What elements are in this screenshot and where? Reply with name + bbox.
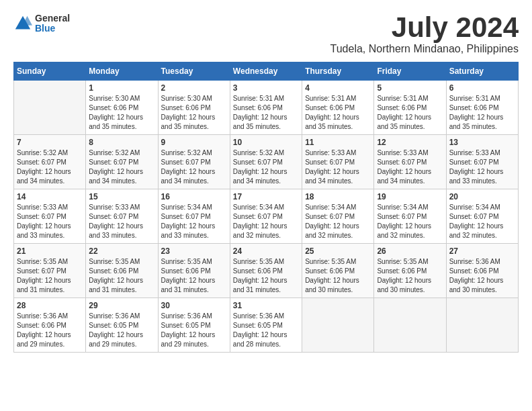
calendar-week-1: 1Sunrise: 5:30 AMSunset: 6:06 PMDaylight… (14, 81, 519, 135)
day-info: Sunrise: 5:34 AMSunset: 6:07 PMDaylight:… (233, 203, 299, 240)
day-number: 29 (89, 301, 154, 310)
calendar-cell: 5Sunrise: 5:31 AMSunset: 6:06 PMDaylight… (374, 81, 446, 135)
day-number: 13 (449, 138, 515, 147)
calendar-cell: 8Sunrise: 5:32 AMSunset: 6:07 PMDaylight… (86, 135, 158, 189)
day-number: 8 (89, 138, 154, 147)
calendar-week-2: 7Sunrise: 5:32 AMSunset: 6:07 PMDaylight… (14, 135, 519, 189)
day-number: 27 (449, 246, 515, 256)
day-info: Sunrise: 5:32 AMSunset: 6:07 PMDaylight:… (233, 148, 299, 186)
day-number: 10 (233, 138, 299, 147)
day-header-saturday: Saturday (446, 62, 518, 81)
calendar-cell: 25Sunrise: 5:35 AMSunset: 6:06 PMDayligh… (302, 244, 374, 298)
day-number: 21 (17, 246, 83, 256)
day-number: 15 (89, 192, 154, 201)
day-number: 18 (305, 192, 371, 201)
day-number: 2 (161, 83, 227, 93)
day-number: 26 (377, 246, 443, 256)
calendar-cell: 3Sunrise: 5:31 AMSunset: 6:06 PMDaylight… (230, 81, 302, 135)
day-info: Sunrise: 5:30 AMSunset: 6:06 PMDaylight:… (161, 94, 227, 132)
day-number: 14 (17, 192, 83, 201)
day-number: 24 (233, 246, 299, 256)
month-title: July 2024 (330, 13, 519, 42)
day-number: 19 (377, 192, 443, 201)
calendar-body: 1Sunrise: 5:30 AMSunset: 6:06 PMDaylight… (14, 81, 519, 353)
days-header-row: SundayMondayTuesdayWednesdayThursdayFrid… (14, 62, 519, 81)
calendar-cell: 22Sunrise: 5:35 AMSunset: 6:06 PMDayligh… (86, 244, 158, 298)
day-info: Sunrise: 5:34 AMSunset: 6:07 PMDaylight:… (161, 203, 227, 240)
calendar-cell: 9Sunrise: 5:32 AMSunset: 6:07 PMDaylight… (158, 135, 230, 189)
calendar-cell: 6Sunrise: 5:31 AMSunset: 6:06 PMDaylight… (446, 81, 518, 135)
calendar-cell: 21Sunrise: 5:35 AMSunset: 6:07 PMDayligh… (14, 244, 86, 298)
day-info: Sunrise: 5:33 AMSunset: 6:07 PMDaylight:… (17, 203, 83, 240)
day-number: 16 (161, 192, 227, 201)
calendar-cell: 19Sunrise: 5:34 AMSunset: 6:07 PMDayligh… (374, 189, 446, 244)
day-number: 1 (89, 83, 154, 93)
day-number: 5 (377, 83, 443, 93)
day-info: Sunrise: 5:35 AMSunset: 6:07 PMDaylight:… (17, 257, 83, 295)
day-number: 22 (89, 246, 154, 256)
day-header-friday: Friday (374, 62, 446, 81)
calendar-cell: 31Sunrise: 5:36 AMSunset: 6:05 PMDayligh… (230, 298, 302, 353)
day-header-sunday: Sunday (14, 62, 86, 81)
logo-icon (13, 14, 32, 33)
calendar-cell: 23Sunrise: 5:35 AMSunset: 6:06 PMDayligh… (158, 244, 230, 298)
day-info: Sunrise: 5:34 AMSunset: 6:07 PMDaylight:… (305, 203, 371, 240)
calendar-cell: 24Sunrise: 5:35 AMSunset: 6:06 PMDayligh… (230, 244, 302, 298)
day-info: Sunrise: 5:31 AMSunset: 6:06 PMDaylight:… (377, 94, 443, 132)
day-info: Sunrise: 5:33 AMSunset: 6:07 PMDaylight:… (377, 148, 443, 186)
calendar-cell: 15Sunrise: 5:33 AMSunset: 6:07 PMDayligh… (86, 189, 158, 244)
day-info: Sunrise: 5:31 AMSunset: 6:06 PMDaylight:… (233, 94, 299, 132)
day-info: Sunrise: 5:33 AMSunset: 6:07 PMDaylight:… (449, 148, 515, 186)
calendar-cell: 27Sunrise: 5:36 AMSunset: 6:06 PMDayligh… (446, 244, 518, 298)
day-info: Sunrise: 5:35 AMSunset: 6:06 PMDaylight:… (305, 257, 371, 295)
calendar-cell: 7Sunrise: 5:32 AMSunset: 6:07 PMDaylight… (14, 135, 86, 189)
day-number: 6 (449, 83, 515, 93)
day-info: Sunrise: 5:36 AMSunset: 6:06 PMDaylight:… (449, 257, 515, 295)
calendar-cell: 13Sunrise: 5:33 AMSunset: 6:07 PMDayligh… (446, 135, 518, 189)
day-header-tuesday: Tuesday (158, 62, 230, 81)
calendar-cell: 10Sunrise: 5:32 AMSunset: 6:07 PMDayligh… (230, 135, 302, 189)
day-number: 28 (17, 301, 83, 310)
day-number: 31 (233, 301, 299, 310)
calendar-cell (14, 81, 86, 135)
calendar-cell: 20Sunrise: 5:34 AMSunset: 6:07 PMDayligh… (446, 189, 518, 244)
day-number: 3 (233, 83, 299, 93)
calendar-cell: 28Sunrise: 5:36 AMSunset: 6:06 PMDayligh… (14, 298, 86, 353)
calendar-week-5: 28Sunrise: 5:36 AMSunset: 6:06 PMDayligh… (14, 298, 519, 353)
day-info: Sunrise: 5:32 AMSunset: 6:07 PMDaylight:… (161, 148, 227, 186)
day-info: Sunrise: 5:33 AMSunset: 6:07 PMDaylight:… (305, 148, 371, 186)
day-info: Sunrise: 5:35 AMSunset: 6:06 PMDaylight:… (377, 257, 443, 295)
calendar-cell: 11Sunrise: 5:33 AMSunset: 6:07 PMDayligh… (302, 135, 374, 189)
day-info: Sunrise: 5:36 AMSunset: 6:05 PMDaylight:… (233, 312, 299, 349)
calendar-cell (374, 298, 446, 353)
page-header: General Blue July 2024 Tudela, Northern … (13, 13, 519, 55)
day-header-wednesday: Wednesday (230, 62, 302, 81)
day-info: Sunrise: 5:35 AMSunset: 6:06 PMDaylight:… (161, 257, 227, 295)
calendar-table: SundayMondayTuesdayWednesdayThursdayFrid… (13, 62, 519, 353)
day-info: Sunrise: 5:30 AMSunset: 6:06 PMDaylight:… (89, 94, 154, 132)
calendar-cell: 4Sunrise: 5:31 AMSunset: 6:06 PMDaylight… (302, 81, 374, 135)
calendar-cell: 30Sunrise: 5:36 AMSunset: 6:05 PMDayligh… (158, 298, 230, 353)
day-info: Sunrise: 5:32 AMSunset: 6:07 PMDaylight:… (17, 148, 83, 186)
calendar-cell: 16Sunrise: 5:34 AMSunset: 6:07 PMDayligh… (158, 189, 230, 244)
day-number: 4 (305, 83, 371, 93)
calendar-cell: 2Sunrise: 5:30 AMSunset: 6:06 PMDaylight… (158, 81, 230, 135)
calendar-cell: 26Sunrise: 5:35 AMSunset: 6:06 PMDayligh… (374, 244, 446, 298)
day-number: 17 (233, 192, 299, 201)
day-number: 20 (449, 192, 515, 201)
day-number: 30 (161, 301, 227, 310)
calendar-cell: 29Sunrise: 5:36 AMSunset: 6:05 PMDayligh… (86, 298, 158, 353)
calendar-cell: 17Sunrise: 5:34 AMSunset: 6:07 PMDayligh… (230, 189, 302, 244)
calendar-cell: 14Sunrise: 5:33 AMSunset: 6:07 PMDayligh… (14, 189, 86, 244)
day-info: Sunrise: 5:35 AMSunset: 6:06 PMDaylight:… (233, 257, 299, 295)
logo: General Blue (13, 13, 70, 34)
day-number: 11 (305, 138, 371, 147)
day-info: Sunrise: 5:32 AMSunset: 6:07 PMDaylight:… (89, 148, 154, 186)
calendar-cell: 18Sunrise: 5:34 AMSunset: 6:07 PMDayligh… (302, 189, 374, 244)
day-header-thursday: Thursday (302, 62, 374, 81)
title-section: July 2024 Tudela, Northern Mindanao, Phi… (330, 13, 519, 55)
day-number: 12 (377, 138, 443, 147)
day-info: Sunrise: 5:35 AMSunset: 6:06 PMDaylight:… (89, 257, 154, 295)
day-info: Sunrise: 5:36 AMSunset: 6:05 PMDaylight:… (89, 312, 154, 349)
day-info: Sunrise: 5:31 AMSunset: 6:06 PMDaylight:… (449, 94, 515, 132)
